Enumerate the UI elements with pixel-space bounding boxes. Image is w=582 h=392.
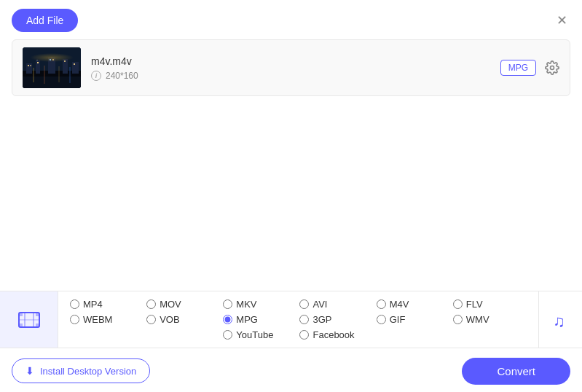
radio-3gp[interactable] bbox=[299, 315, 309, 324]
svg-rect-2 bbox=[23, 77, 81, 88]
format-bar: MP4 MOV MKV AVI M4V FLV WEBM VOB MPG 3GP bbox=[0, 291, 582, 348]
format-option-avi[interactable]: AVI bbox=[299, 299, 373, 310]
file-actions: MPG bbox=[500, 60, 559, 76]
install-desktop-button[interactable]: ⬇ Install Desktop Version bbox=[12, 358, 150, 383]
footer: ⬇ Install Desktop Version Convert bbox=[0, 350, 582, 392]
svg-rect-17 bbox=[37, 62, 39, 63]
format-option-webm[interactable]: WEBM bbox=[70, 314, 143, 325]
install-button-label: Install Desktop Version bbox=[40, 366, 136, 377]
radio-avi[interactable] bbox=[299, 299, 309, 309]
header: Add File ✕ bbox=[0, 0, 582, 39]
radio-wmv[interactable] bbox=[453, 315, 463, 324]
radio-facebook[interactable] bbox=[299, 330, 309, 340]
svg-rect-27 bbox=[36, 324, 39, 327]
convert-button[interactable]: Convert bbox=[462, 358, 570, 385]
gear-icon bbox=[545, 60, 559, 75]
radio-mov[interactable] bbox=[146, 299, 156, 309]
svg-point-8 bbox=[51, 58, 52, 59]
format-badge[interactable]: MPG bbox=[500, 60, 536, 76]
file-resolution: 240*160 bbox=[106, 71, 138, 81]
svg-rect-12 bbox=[48, 58, 55, 74]
format-option-m4v[interactable]: M4V bbox=[377, 299, 450, 310]
music-icon-area: ♫ bbox=[538, 291, 582, 348]
info-icon: i bbox=[91, 71, 101, 81]
radio-webm[interactable] bbox=[70, 315, 79, 324]
svg-rect-26 bbox=[19, 324, 23, 327]
music-format-icon: ♫ bbox=[550, 309, 572, 331]
file-name: m4v.m4v bbox=[91, 55, 500, 67]
file-thumbnail bbox=[23, 47, 81, 88]
format-option-youtube[interactable]: YouTube bbox=[223, 329, 296, 340]
radio-mp4[interactable] bbox=[70, 299, 79, 309]
download-icon: ⬇ bbox=[25, 365, 34, 377]
add-file-button[interactable]: Add File bbox=[12, 9, 78, 32]
svg-rect-25 bbox=[36, 313, 39, 316]
radio-mkv[interactable] bbox=[223, 299, 232, 309]
format-options: MP4 MOV MKV AVI M4V FLV WEBM VOB MPG 3GP bbox=[58, 291, 538, 348]
format-option-3gp[interactable]: 3GP bbox=[299, 314, 373, 325]
svg-rect-20 bbox=[64, 60, 66, 62]
radio-m4v[interactable] bbox=[377, 299, 386, 309]
radio-mpg[interactable] bbox=[223, 315, 232, 324]
svg-rect-13 bbox=[63, 59, 68, 74]
svg-point-22 bbox=[551, 66, 554, 70]
format-option-mkv[interactable]: MKV bbox=[223, 299, 296, 310]
radio-flv[interactable] bbox=[453, 299, 463, 309]
svg-point-9 bbox=[66, 59, 67, 60]
close-button[interactable]: ✕ bbox=[553, 12, 570, 29]
format-option-mp4[interactable]: MP4 bbox=[70, 299, 143, 310]
video-format-icon bbox=[16, 307, 42, 333]
thumbnail-image bbox=[23, 47, 81, 88]
file-item: m4v.m4v i 240*160 MPG bbox=[12, 40, 570, 95]
svg-rect-14 bbox=[72, 62, 79, 74]
settings-button[interactable] bbox=[545, 60, 559, 75]
format-option-mpg[interactable]: MPG bbox=[223, 314, 296, 325]
format-icon-area bbox=[0, 291, 58, 348]
radio-gif[interactable] bbox=[377, 315, 386, 324]
svg-rect-16 bbox=[30, 65, 31, 66]
svg-rect-19 bbox=[52, 59, 54, 60]
format-option-mov[interactable]: MOV bbox=[146, 299, 220, 310]
svg-rect-24 bbox=[19, 313, 23, 316]
file-meta: i 240*160 bbox=[91, 71, 500, 81]
file-info: m4v.m4v i 240*160 bbox=[91, 55, 500, 81]
radio-youtube[interactable] bbox=[223, 330, 232, 340]
svg-point-7 bbox=[36, 60, 38, 61]
svg-rect-21 bbox=[74, 63, 75, 65]
svg-rect-15 bbox=[28, 65, 29, 66]
format-option-facebook[interactable]: Facebook bbox=[299, 329, 373, 340]
file-list: m4v.m4v i 240*160 MPG bbox=[12, 39, 570, 96]
svg-text:♫: ♫ bbox=[553, 312, 565, 330]
svg-rect-18 bbox=[50, 59, 51, 60]
format-option-vob[interactable]: VOB bbox=[146, 314, 220, 325]
format-option-wmv[interactable]: WMV bbox=[453, 314, 527, 325]
radio-vob[interactable] bbox=[146, 315, 156, 324]
format-option-flv[interactable]: FLV bbox=[453, 299, 527, 310]
format-option-gif[interactable]: GIF bbox=[377, 314, 450, 325]
